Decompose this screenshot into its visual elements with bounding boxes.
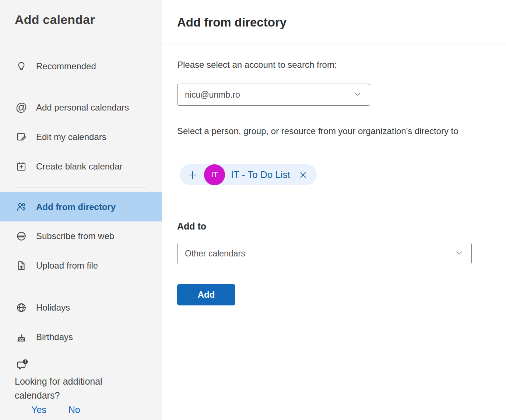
lightbulb-icon (15, 60, 27, 72)
globe-icon (15, 302, 27, 314)
chevron-down-icon (353, 89, 362, 100)
add-from-directory-panel: Add from directory Please select an acco… (162, 0, 506, 420)
svg-text:www: www (18, 235, 25, 238)
account-dropdown-value: nicu@unmb.ro (185, 90, 353, 100)
sidebar-item-add-from-directory[interactable]: Add from directory (0, 192, 162, 221)
sidebar-item-label: Birthdays (36, 332, 73, 342)
web-subscribe-icon: www (15, 230, 27, 242)
sidebar-item-upload-from-file[interactable]: Upload from file (0, 251, 162, 280)
account-dropdown[interactable]: nicu@unmb.ro (177, 84, 370, 106)
people-add-icon (15, 201, 27, 213)
yes-link[interactable]: Yes (31, 405, 46, 415)
sidebar-item-label: Subscribe from web (36, 231, 114, 241)
file-upload-icon (15, 260, 27, 272)
add-calendar-sidebar: Add calendar Recommended @ Add personal … (0, 0, 162, 420)
account-select-label: Please select an account to search from: (177, 60, 337, 70)
sidebar-item-label: Add personal calendars (36, 102, 129, 113)
add-to-dropdown[interactable]: Other calendars (177, 243, 472, 264)
sidebar-nav: Recommended @ Add personal calendars Edi… (0, 52, 162, 415)
sidebar-item-label: Holidays (36, 302, 70, 313)
sidebar-footer: ! Looking for additional calendars? Yes … (0, 358, 162, 415)
sidebar-item-label: Add from directory (36, 202, 116, 212)
sidebar-item-add-personal-calendars[interactable]: @ Add personal calendars (0, 93, 162, 122)
sidebar-item-label: Create blank calendar (36, 161, 123, 172)
no-link[interactable]: No (68, 405, 80, 415)
add-button[interactable]: Add (177, 284, 235, 305)
edit-calendar-icon (15, 131, 27, 143)
at-sign-icon: @ (15, 102, 27, 113)
sidebar-item-label: Upload from file (36, 260, 98, 271)
sidebar-item-recommended[interactable]: Recommended (0, 52, 162, 81)
sidebar-title: Add calendar (15, 13, 95, 27)
sidebar-item-edit-my-calendars[interactable]: Edit my calendars (0, 122, 162, 152)
directory-picker-underline (177, 192, 472, 192)
sidebar-item-create-blank-calendar[interactable]: Create blank calendar (0, 152, 162, 181)
looking-for-calendars-text-line1: Looking for additional (15, 374, 162, 388)
selected-directory-chip: IT IT - To Do List (180, 164, 317, 185)
sidebar-item-subscribe-from-web[interactable]: www Subscribe from web (0, 221, 162, 251)
close-icon[interactable] (298, 170, 308, 180)
looking-for-calendars-text-line2: calendars? (15, 388, 162, 402)
birthday-cake-icon (15, 331, 27, 343)
divider (15, 187, 147, 188)
chip-label: IT - To Do List (231, 169, 290, 181)
avatar: IT (204, 164, 225, 185)
plus-icon[interactable] (187, 169, 198, 181)
calendar-plus-icon (15, 161, 27, 172)
divider (162, 45, 506, 45)
divider (15, 287, 147, 287)
feedback-alert-icon: ! (15, 358, 162, 373)
sidebar-item-birthdays[interactable]: Birthdays (0, 322, 162, 352)
svg-text:!: ! (25, 359, 26, 364)
chevron-down-icon (454, 248, 464, 259)
add-to-dropdown-value: Other calendars (185, 249, 454, 259)
sidebar-item-label: Edit my calendars (36, 132, 106, 142)
sidebar-item-label: Recommended (36, 61, 96, 71)
divider (15, 87, 147, 87)
page-title: Add from directory (177, 15, 287, 29)
sidebar-item-holidays[interactable]: Holidays (0, 293, 162, 322)
directory-picker-label: Select a person, group, or resource from… (177, 126, 506, 136)
add-to-label: Add to (177, 221, 206, 232)
